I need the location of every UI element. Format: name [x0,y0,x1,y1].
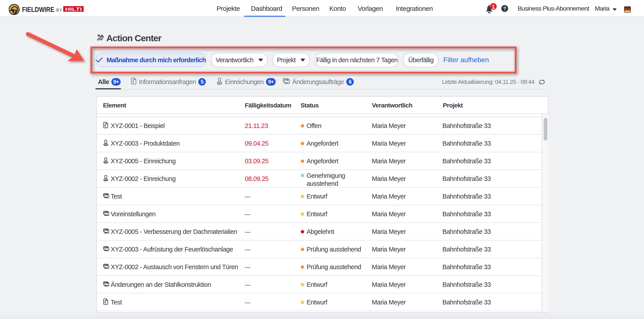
svg-text:BY: BY [56,8,62,12]
svg-text:HILTI: HILTI [65,6,82,12]
svg-text:1: 1 [492,4,495,10]
svg-text:?: ? [503,6,506,11]
svg-text:FIELDWIRE: FIELDWIRE [22,6,54,14]
